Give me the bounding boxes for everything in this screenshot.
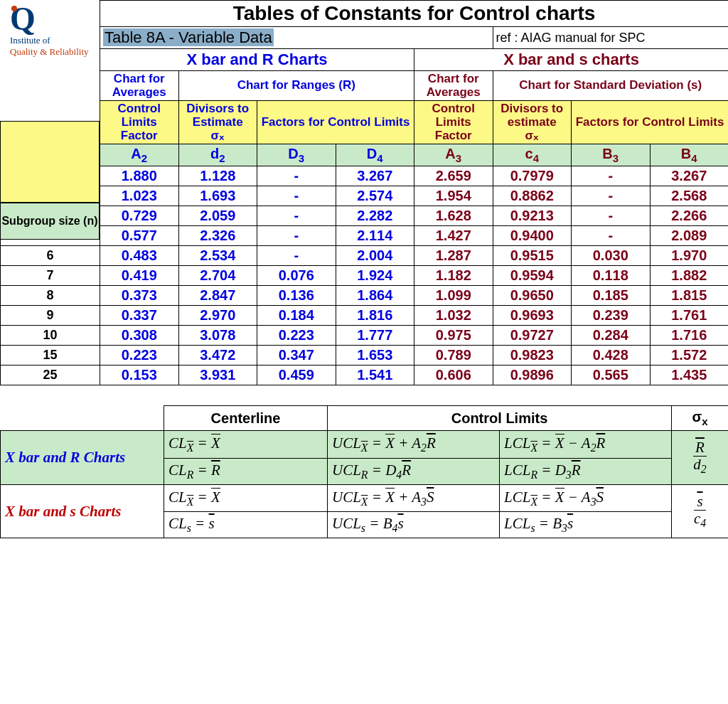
formula-cl-r: CLR = R bbox=[164, 458, 328, 484]
constants-table: Tables of Constants for Control charts T… bbox=[0, 0, 728, 385]
cell-B3: 0.030 bbox=[572, 246, 651, 266]
logo-letter: Q bbox=[10, 4, 95, 33]
cell-B3: 0.428 bbox=[572, 346, 651, 366]
cell-A2: 1.023 bbox=[100, 186, 179, 206]
formula-ucl-xbar-r: UCLX = X + A2R bbox=[328, 431, 500, 458]
formula-ucl-xbar-s: UCLX = X + A3S bbox=[328, 484, 500, 511]
cell-n: 15 bbox=[1, 346, 100, 366]
header-chart-averages-maroon: Chart for Averages bbox=[414, 71, 493, 101]
cell-A2: 0.577 bbox=[100, 226, 179, 246]
cell-c4: 0.9896 bbox=[493, 366, 572, 385]
col-d2: d2 bbox=[178, 144, 257, 166]
formula-ucl-r: UCLR = D4R bbox=[328, 458, 500, 484]
cell-A3: 1.628 bbox=[414, 206, 493, 226]
cell-B3: 0.565 bbox=[572, 366, 651, 385]
cell-c4: 0.9594 bbox=[493, 266, 572, 286]
cell-A2: 0.373 bbox=[100, 286, 179, 306]
cell-c4: 0.7979 bbox=[493, 166, 572, 186]
formula-cl-s: CLs = s bbox=[164, 512, 328, 538]
cell-d2: 2.704 bbox=[178, 266, 257, 286]
cell-c4: 0.9693 bbox=[493, 306, 572, 326]
cell-B3: - bbox=[572, 186, 651, 206]
table-row: 60.4832.534-2.0041.2870.95150.0301.970 bbox=[1, 246, 729, 266]
cell-B4: 1.970 bbox=[650, 246, 728, 266]
table-row: 40.7292.059-2.2821.6280.9213-2.266 bbox=[1, 206, 729, 226]
header-xbar-s: X bar and s charts bbox=[414, 49, 729, 71]
cell-D3: - bbox=[257, 246, 336, 266]
cell-n: 9 bbox=[1, 306, 100, 326]
formula-lcl-xbar-r: LCLX = X − A2R bbox=[500, 431, 672, 458]
logo: Q Institute of Quality & Reliability bbox=[10, 4, 95, 58]
cell-B4: 1.815 bbox=[650, 286, 728, 306]
cell-D4: 1.864 bbox=[336, 286, 414, 306]
cell-D4: 1.816 bbox=[336, 306, 414, 326]
cell-c4: 0.9213 bbox=[493, 206, 572, 226]
cell-d2: 3.078 bbox=[178, 326, 257, 346]
cell-A2: 0.483 bbox=[100, 246, 179, 266]
cell-D3: - bbox=[257, 186, 336, 206]
formula-lcl-s: LCLs = B3s bbox=[500, 512, 672, 538]
header-xbar-r: X bar and R Charts bbox=[100, 49, 414, 71]
cell-A2: 0.153 bbox=[100, 366, 179, 385]
formula-cl-xbar-r: CLX = X bbox=[164, 431, 328, 458]
cell-d2: 2.534 bbox=[178, 246, 257, 266]
cell-A2: 0.337 bbox=[100, 306, 179, 326]
formula-cl-xbar-s: CLX = X bbox=[164, 484, 328, 511]
cell-A3: 0.975 bbox=[414, 326, 493, 346]
cell-d2: 2.970 bbox=[178, 306, 257, 326]
cell-d2: 3.931 bbox=[178, 366, 257, 385]
formula-lcl-r: LCLR = D3R bbox=[500, 458, 672, 484]
header-chart-sd: Chart for Standard Deviation (s) bbox=[493, 71, 728, 101]
cell-d2: 2.059 bbox=[178, 206, 257, 226]
cell-D3: 0.136 bbox=[257, 286, 336, 306]
cell-B4: 1.435 bbox=[650, 366, 728, 385]
formula-lcl-xbar-s: LCLX = X − A3S bbox=[500, 484, 672, 511]
header-centerline: Centerline bbox=[164, 406, 328, 431]
cell-A3: 0.606 bbox=[414, 366, 493, 385]
cell-A2: 0.729 bbox=[100, 206, 179, 226]
table-row: 90.3372.9700.1841.8161.0320.96930.2391.7… bbox=[1, 306, 729, 326]
header-chart-ranges: Chart for Ranges (R) bbox=[178, 71, 414, 101]
header-chart-averages-blue: Chart for Averages bbox=[100, 71, 179, 101]
cell-c4: 0.8862 bbox=[493, 186, 572, 206]
header-clf-maroon: Control Limits Factor bbox=[414, 101, 493, 144]
cell-D3: 0.347 bbox=[257, 346, 336, 366]
yellow-corner bbox=[0, 121, 100, 203]
col-c4: c4 bbox=[493, 144, 572, 166]
cell-A3: 2.659 bbox=[414, 166, 493, 186]
cell-D4: 1.541 bbox=[336, 366, 414, 385]
col-A2: A2 bbox=[100, 144, 179, 166]
cell-A3: 1.099 bbox=[414, 286, 493, 306]
cell-c4: 0.9727 bbox=[493, 326, 572, 346]
cell-c4: 0.9400 bbox=[493, 226, 572, 246]
cell-B4: 1.882 bbox=[650, 266, 728, 286]
row-label-xbar-s: X bar and s Charts bbox=[1, 484, 164, 538]
cell-B3: - bbox=[572, 206, 651, 226]
logo-dot-icon bbox=[11, 6, 17, 11]
row-label-xbar-r: X bar and R Charts bbox=[1, 431, 164, 484]
cell-D4: 2.282 bbox=[336, 206, 414, 226]
cell-c4: 0.9823 bbox=[493, 346, 572, 366]
cell-c4: 0.9650 bbox=[493, 286, 572, 306]
cell-D3: - bbox=[257, 206, 336, 226]
cell-B4: 1.716 bbox=[650, 326, 728, 346]
cell-n: 8 bbox=[1, 286, 100, 306]
cell-A3: 1.182 bbox=[414, 266, 493, 286]
table-row: 250.1533.9310.4591.5410.6060.98960.5651.… bbox=[1, 366, 729, 385]
cell-D4: 1.653 bbox=[336, 346, 414, 366]
formula-sigma-s: sc4 bbox=[672, 484, 728, 538]
cell-D4: 2.114 bbox=[336, 226, 414, 246]
header-divisors-maroon: Divisors to estimateσₓ bbox=[493, 101, 572, 144]
cell-D3: - bbox=[257, 226, 336, 246]
cell-d2: 2.847 bbox=[178, 286, 257, 306]
cell-B3: - bbox=[572, 226, 651, 246]
cell-d2: 1.128 bbox=[178, 166, 257, 186]
cell-B4: 2.089 bbox=[650, 226, 728, 246]
col-D3: D3 bbox=[257, 144, 336, 166]
cell-D4: 3.267 bbox=[336, 166, 414, 186]
cell-n: 10 bbox=[1, 326, 100, 346]
logo-line2: Quality & Reliability bbox=[10, 46, 95, 58]
table-row: 50.5772.326-2.1141.4270.9400-2.089 bbox=[1, 226, 729, 246]
cell-D3: - bbox=[257, 166, 336, 186]
cell-D3: 0.223 bbox=[257, 326, 336, 346]
